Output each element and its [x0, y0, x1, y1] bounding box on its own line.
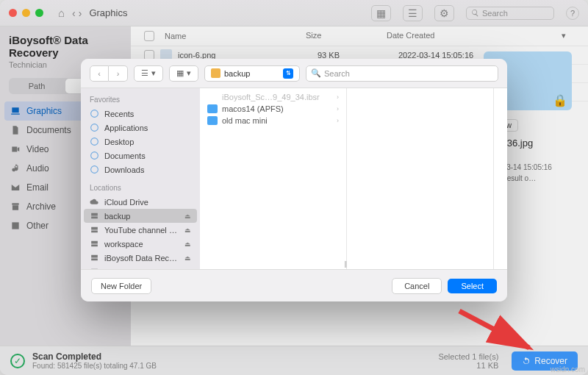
save-panel-footer: New Folder Cancel Select — [81, 269, 507, 301]
eject-icon[interactable]: ⏏ — [184, 226, 191, 234]
svg-point-4 — [91, 166, 98, 174]
list-item-label: Desktop — [104, 138, 134, 146]
doc-icon — [90, 151, 99, 160]
save-panel-sidebar: Favorites RecentsApplicationsDesktopDocu… — [81, 88, 200, 269]
cloud-icon — [90, 197, 99, 207]
drive-icon — [90, 211, 99, 221]
location-youtube-channel-ba-[interactable]: YouTube channel ba...⏏ — [81, 223, 200, 237]
list-item-label: Recents — [104, 110, 134, 118]
eject-icon[interactable]: ⏏ — [184, 254, 191, 262]
location-workspace[interactable]: workspace⏏ — [81, 237, 200, 251]
favorite-recents[interactable]: Recents — [81, 107, 200, 121]
eject-icon[interactable]: ⏏ — [184, 240, 191, 248]
cancel-button[interactable]: Cancel — [392, 278, 442, 294]
chevron-right-icon: › — [337, 117, 339, 124]
view-mode-columns[interactable]: ☰ ▾ — [134, 65, 163, 82]
column-item-label: old mac mini — [222, 116, 268, 125]
svg-point-0 — [91, 110, 98, 118]
column-item[interactable]: macos14 (APFS)› — [200, 103, 346, 115]
location-label: backup — [224, 69, 250, 78]
list-item-label: workspace — [104, 240, 143, 249]
location-popup[interactable]: backup ⇅ — [204, 65, 300, 82]
svg-point-2 — [91, 138, 98, 146]
location-backup[interactable]: backup⏏ — [84, 209, 197, 223]
list-item-label: Applications — [104, 124, 148, 132]
list-item-label: iCloud Drive — [104, 198, 148, 207]
column-item[interactable]: old mac mini› — [200, 115, 346, 126]
drive-icon — [90, 253, 99, 262]
view-mode-grid[interactable]: ▦ ▾ — [169, 65, 198, 82]
list-item-label: iBoysoft Data Reco... — [104, 254, 179, 262]
favorite-applications[interactable]: Applications — [81, 121, 200, 135]
location-icloud-drive[interactable]: iCloud Drive — [81, 195, 200, 209]
favorite-desktop[interactable]: Desktop — [81, 135, 200, 149]
chevron-right-icon: › — [337, 105, 339, 113]
watermark: wsidn.com — [551, 365, 585, 374]
desktop-icon — [90, 137, 99, 146]
column-browser: iBoysoft_Sc…9_49_34.ibsr›macos14 (APFS)›… — [200, 88, 507, 269]
list-item-label: YouTube channel ba... — [104, 226, 179, 235]
favorite-documents[interactable]: Documents — [81, 149, 200, 162]
list-item-label: Documents — [104, 151, 146, 160]
clock-icon — [90, 109, 99, 118]
list-item-label: Downloads — [104, 165, 144, 174]
list-item-label: backup — [104, 212, 130, 221]
save-panel-toolbar: ‹ › ☰ ▾ ▦ ▾ backup ⇅ 🔍 Search — [81, 59, 507, 88]
chevron-right-icon: › — [337, 93, 339, 101]
locations-header: Locations — [81, 181, 200, 195]
folder-icon — [207, 104, 218, 113]
column-item-label: macos14 (APFS) — [222, 104, 284, 113]
location-iboysoft-data-reco-[interactable]: iBoysoft Data Reco...⏏ — [81, 251, 200, 265]
download-icon — [90, 165, 99, 174]
favorites-header: Favorites — [81, 93, 200, 107]
drive-icon — [90, 239, 99, 249]
column-item: iBoysoft_Sc…9_49_34.ibsr› — [200, 91, 346, 103]
panel-search-placeholder: Search — [324, 69, 350, 78]
updown-icon: ⇅ — [283, 68, 293, 79]
save-panel: ‹ › ☰ ▾ ▦ ▾ backup ⇅ 🔍 Search Favorites … — [81, 59, 507, 301]
panel-search-input[interactable]: 🔍 Search — [306, 65, 498, 82]
svg-point-3 — [91, 152, 98, 160]
svg-point-1 — [91, 124, 98, 132]
eject-icon[interactable]: ⏏ — [184, 213, 191, 220]
folder-icon — [211, 68, 220, 78]
back-button[interactable]: ‹ — [90, 65, 109, 82]
select-button[interactable]: Select — [448, 279, 497, 293]
forward-button[interactable]: › — [109, 65, 128, 82]
folder-icon — [207, 116, 218, 125]
search-icon: 🔍 — [311, 68, 321, 78]
drive-icon — [90, 225, 99, 235]
favorite-downloads[interactable]: Downloads — [81, 162, 200, 176]
app-icon — [90, 123, 99, 132]
column-item-label: iBoysoft_Sc…9_49_34.ibsr — [222, 93, 320, 101]
new-folder-button[interactable]: New Folder — [91, 278, 151, 294]
column-resize-handle[interactable]: ‖ — [344, 260, 346, 268]
